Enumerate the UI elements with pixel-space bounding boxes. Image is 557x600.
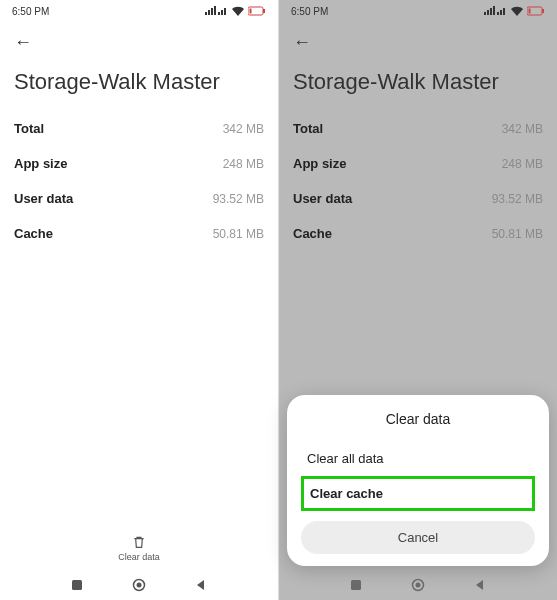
nav-recent-icon[interactable] (349, 578, 363, 592)
nav-back-icon[interactable] (473, 578, 487, 592)
row-appsize-label: App size (293, 156, 346, 171)
row-total: Total 342 MB (279, 111, 557, 146)
trash-icon (131, 534, 147, 550)
signal-icon (483, 6, 507, 16)
modal-option-clear-cache[interactable]: Clear cache (301, 476, 535, 511)
status-time: 6:50 PM (291, 6, 328, 17)
nav-home-icon[interactable] (411, 578, 425, 592)
clear-data-label: Clear data (118, 552, 160, 562)
modal-title: Clear data (301, 411, 535, 427)
row-appsize: App size 248 MB (0, 146, 278, 181)
phone-left: 6:50 PM ← Storage-Walk Master Total 342 … (0, 0, 278, 600)
row-total-value: 342 MB (223, 122, 264, 136)
svg-rect-1 (263, 9, 265, 13)
back-arrow-icon[interactable]: ← (14, 32, 32, 52)
svg-rect-8 (529, 9, 531, 14)
status-time: 6:50 PM (12, 6, 49, 17)
row-total-label: Total (14, 121, 44, 136)
svg-point-5 (137, 583, 142, 588)
svg-rect-9 (351, 580, 361, 590)
svg-point-11 (416, 583, 421, 588)
row-cache-value: 50.81 MB (492, 227, 543, 241)
nav-recent-icon[interactable] (70, 578, 84, 592)
page-title: Storage-Walk Master (279, 59, 557, 111)
row-appsize: App size 248 MB (279, 146, 557, 181)
battery-icon (248, 6, 266, 16)
row-appsize-label: App size (14, 156, 67, 171)
page-title: Storage-Walk Master (0, 59, 278, 111)
row-cache-label: Cache (14, 226, 53, 241)
row-userdata: User data 93.52 MB (0, 181, 278, 216)
modal-cancel-button[interactable]: Cancel (301, 521, 535, 554)
row-userdata-label: User data (14, 191, 73, 206)
back-row: ← (0, 22, 278, 59)
wifi-icon (232, 6, 244, 16)
nav-home-icon[interactable] (132, 578, 146, 592)
row-appsize-value: 248 MB (502, 157, 543, 171)
row-userdata-value: 93.52 MB (492, 192, 543, 206)
row-cache-label: Cache (293, 226, 332, 241)
status-icons (483, 6, 545, 16)
row-cache: Cache 50.81 MB (279, 216, 557, 251)
row-appsize-value: 248 MB (223, 157, 264, 171)
svg-rect-2 (250, 9, 252, 14)
nav-bar (279, 570, 557, 600)
signal-icon (204, 6, 228, 16)
back-arrow-icon[interactable]: ← (293, 32, 311, 52)
row-cache: Cache 50.81 MB (0, 216, 278, 251)
phone-right: 6:50 PM ← Storage-Walk Master Total 342 … (279, 0, 557, 600)
modal-backdrop: Clear data Clear all data Clear cache Ca… (279, 387, 557, 600)
row-userdata-value: 93.52 MB (213, 192, 264, 206)
clear-data-modal: Clear data Clear all data Clear cache Ca… (287, 395, 549, 566)
svg-rect-3 (72, 580, 82, 590)
svg-rect-7 (542, 9, 544, 13)
battery-icon (527, 6, 545, 16)
nav-back-icon[interactable] (194, 578, 208, 592)
row-userdata: User data 93.52 MB (279, 181, 557, 216)
row-total: Total 342 MB (0, 111, 278, 146)
status-bar: 6:50 PM (279, 0, 557, 22)
status-bar: 6:50 PM (0, 0, 278, 22)
row-total-value: 342 MB (502, 122, 543, 136)
status-icons (204, 6, 266, 16)
row-userdata-label: User data (293, 191, 352, 206)
modal-option-clear-all[interactable]: Clear all data (301, 441, 535, 476)
nav-bar (0, 570, 278, 600)
row-total-label: Total (293, 121, 323, 136)
clear-data-button[interactable]: Clear data (0, 534, 278, 562)
row-cache-value: 50.81 MB (213, 227, 264, 241)
wifi-icon (511, 6, 523, 16)
back-row: ← (279, 22, 557, 59)
